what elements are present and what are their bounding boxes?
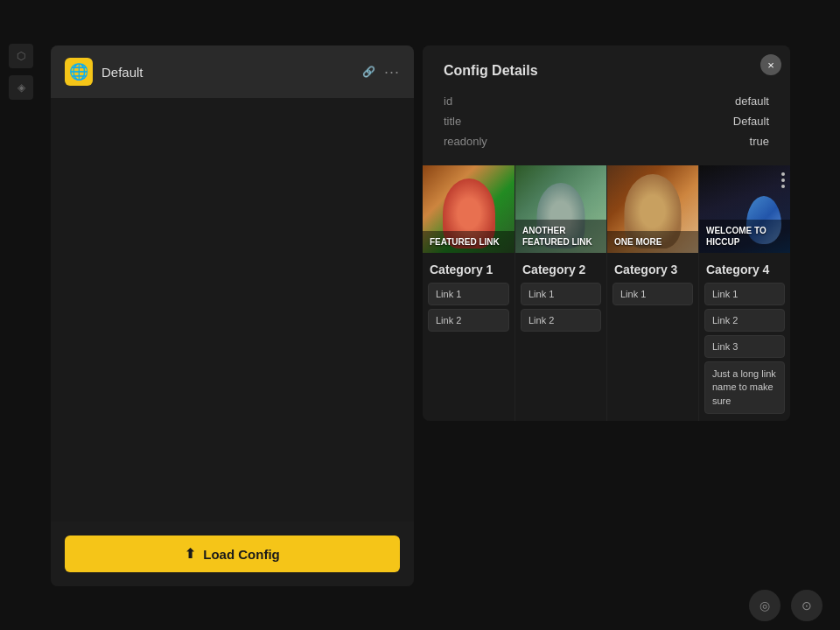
card-4-overlay: WELCOME TO HICCUP bbox=[699, 220, 790, 253]
card-2-overlay-text: ANOTHER FEATURED LINK bbox=[522, 225, 599, 248]
card-2[interactable]: ANOTHER FEATURED LINK Category 2 Link 1 … bbox=[514, 165, 606, 421]
card-3-category: Category 3 bbox=[607, 253, 698, 283]
card-4-links: Link 1 Link 2 Link 3 Just a long link na… bbox=[699, 283, 790, 421]
config-details-title: Config Details bbox=[444, 63, 769, 79]
bottom-bar: ◎ ⊙ bbox=[749, 590, 822, 621]
card-2-image: ANOTHER FEATURED LINK bbox=[515, 165, 606, 253]
left-sidebar: ⬡ ◈ bbox=[9, 44, 33, 100]
card-3-overlay: ONE MORE bbox=[607, 231, 698, 253]
panel-title: Default bbox=[102, 65, 350, 80]
card-4-link-1[interactable]: Link 1 bbox=[704, 283, 785, 305]
card-4-link-3[interactable]: Link 3 bbox=[704, 335, 785, 358]
card-4[interactable]: WELCOME TO HICCUP Category 4 Link 1 Link… bbox=[698, 165, 790, 421]
card-2-links: Link 1 Link 2 bbox=[515, 283, 606, 339]
card-2-link-1[interactable]: Link 1 bbox=[521, 283, 601, 305]
link-icon: 🔗 bbox=[362, 66, 375, 78]
config-value-id: default bbox=[735, 94, 769, 108]
bottom-icon-2[interactable]: ⊙ bbox=[791, 590, 822, 621]
card-2-category-title: Category 2 bbox=[522, 262, 585, 276]
card-3-category-title: Category 3 bbox=[614, 262, 677, 276]
cards-grid: FEATURED LINK Category 1 Link 1 Link 2 A… bbox=[423, 165, 790, 421]
load-config-label: Load Config bbox=[203, 547, 279, 562]
left-panel-header: 🌐 Default 🔗 ··· bbox=[51, 46, 414, 98]
menu-dot-1 bbox=[781, 172, 785, 176]
config-value-readonly: true bbox=[750, 135, 769, 148]
card-4-link-long[interactable]: Just a long link name to make sure bbox=[704, 361, 785, 414]
config-key-title: title bbox=[444, 115, 461, 128]
card-1-links: Link 1 Link 2 bbox=[423, 283, 514, 339]
card-1-image: FEATURED LINK bbox=[423, 165, 514, 253]
card-3-link-1[interactable]: Link 1 bbox=[612, 283, 693, 305]
config-details-section: Config Details id default title Default … bbox=[423, 46, 790, 165]
card-4-category-title: Category 4 bbox=[706, 262, 769, 276]
card-2-category: Category 2 bbox=[515, 253, 606, 283]
left-panel: 🌐 Default 🔗 ··· ⬆ Load Config bbox=[51, 46, 414, 586]
card-1-overlay: FEATURED LINK bbox=[423, 231, 514, 253]
right-panel: × Config Details id default title Defaul… bbox=[423, 46, 790, 421]
card-3-links: Link 1 bbox=[607, 283, 698, 312]
card-2-overlay: ANOTHER FEATURED LINK bbox=[515, 220, 606, 253]
card-1-category-title: Category 1 bbox=[430, 262, 493, 276]
config-row-id: id default bbox=[444, 91, 769, 111]
card-4-link-2[interactable]: Link 2 bbox=[704, 309, 785, 332]
card-1[interactable]: FEATURED LINK Category 1 Link 1 Link 2 bbox=[423, 165, 514, 421]
globe-icon: 🌐 bbox=[65, 58, 93, 86]
card-1-link-1[interactable]: Link 1 bbox=[428, 283, 509, 305]
bottom-icon-1[interactable]: ◎ bbox=[749, 590, 780, 621]
close-button[interactable]: × bbox=[760, 54, 781, 75]
sidebar-icon-1[interactable]: ⬡ bbox=[9, 44, 33, 68]
config-key-readonly: readonly bbox=[444, 135, 487, 148]
card-1-category: Category 1 bbox=[423, 253, 514, 283]
card-4-image: WELCOME TO HICCUP bbox=[699, 165, 790, 253]
card-4-category: Category 4 bbox=[699, 253, 790, 283]
card-1-link-2[interactable]: Link 2 bbox=[428, 309, 509, 332]
panel-menu-button[interactable]: ··· bbox=[384, 63, 400, 81]
config-key-id: id bbox=[444, 94, 452, 108]
card-1-overlay-text: FEATURED LINK bbox=[430, 236, 508, 248]
left-panel-footer: ⬆ Load Config bbox=[51, 522, 414, 586]
load-config-button[interactable]: ⬆ Load Config bbox=[65, 536, 400, 572]
menu-dot-2 bbox=[781, 178, 785, 182]
config-row-readonly: readonly true bbox=[444, 131, 769, 151]
menu-dot-3 bbox=[781, 185, 785, 188]
config-row-title: title Default bbox=[444, 111, 769, 131]
card-3-overlay-text: ONE MORE bbox=[614, 236, 691, 248]
card-3[interactable]: ONE MORE Category 3 Link 1 bbox=[606, 165, 698, 421]
left-panel-body bbox=[51, 98, 414, 522]
sidebar-icon-2[interactable]: ◈ bbox=[9, 75, 33, 100]
card-4-overlay-text: WELCOME TO HICCUP bbox=[706, 225, 783, 248]
card-2-link-2[interactable]: Link 2 bbox=[521, 309, 601, 332]
card-3-image: ONE MORE bbox=[607, 165, 698, 253]
config-table: id default title Default readonly true bbox=[444, 91, 769, 151]
card-4-menu[interactable] bbox=[781, 172, 785, 188]
config-value-title: Default bbox=[733, 115, 769, 128]
load-icon: ⬆ bbox=[185, 546, 196, 562]
